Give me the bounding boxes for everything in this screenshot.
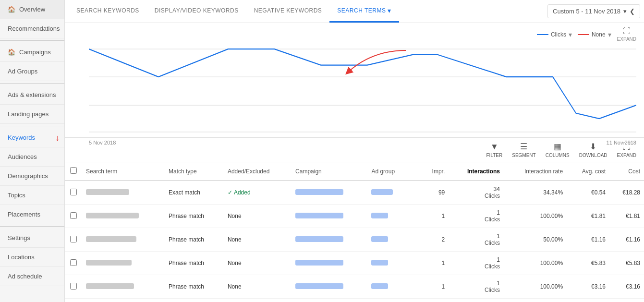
tab-bar: SEARCH KEYWORDS DISPLAY/VIDEO KEYWORDS N… <box>65 0 644 23</box>
sidebar-item-campaigns[interactable]: 🏠 Campaigns <box>0 43 64 62</box>
match-type-cell-0: Exact match <box>165 181 224 205</box>
row-checkbox-col-4[interactable] <box>65 275 82 299</box>
table-body: Exact match✓ Added9934Clicks34.34%€0.54€… <box>65 181 644 302</box>
sidebar-item-label: Recommendations <box>8 25 60 32</box>
search-term-blurred <box>86 189 129 195</box>
row-checkbox-col-1[interactable] <box>65 205 82 228</box>
tab-display-video[interactable]: DISPLAY/VIDEO KEYWORDS <box>147 0 246 22</box>
tab-dropdown-icon[interactable]: ▾ <box>388 7 391 14</box>
sidebar-item-label: Placements <box>8 211 40 218</box>
added-excluded-cell-5: ✓ Added <box>224 299 292 302</box>
cost-cell-1: €1.81 <box>609 205 644 228</box>
x-label-start: 5 Nov 2018 <box>89 140 116 145</box>
row-checkbox-2[interactable] <box>70 236 77 242</box>
interaction-rate-cell-1: 100.00% <box>504 205 567 228</box>
sidebar-divider-1 <box>0 40 64 41</box>
select-all-checkbox[interactable] <box>70 167 77 174</box>
interaction-rate-cell-3: 100.00% <box>504 252 567 275</box>
home-icon-campaigns: 🏠 <box>8 48 15 56</box>
table-expand-label: EXPAND <box>617 153 636 158</box>
tab-search-keywords[interactable]: SEARCH KEYWORDS <box>69 0 147 22</box>
search-term-blurred <box>86 260 132 266</box>
interactions-cell-4: 1Clicks <box>449 275 504 299</box>
th-avg-cost: Avg. cost <box>567 162 609 181</box>
sidebar-item-ad-groups[interactable]: Ad Groups <box>0 62 64 81</box>
ad-group-cell-3 <box>367 252 421 275</box>
campaign-cell-1 <box>292 205 367 228</box>
legend-none-dropdown[interactable]: ▾ <box>608 31 611 38</box>
sidebar-item-label: Landing pages <box>8 110 49 118</box>
sidebar-item-overview[interactable]: 🏠 Overview <box>0 0 64 19</box>
tab-negative-keywords[interactable]: NEGATIVE KEYWORDS <box>246 0 330 22</box>
sidebar-item-locations[interactable]: Locations <box>0 248 64 267</box>
added-excluded-cell-3: None <box>224 252 292 275</box>
sidebar-item-keywords[interactable]: Keywords ↓ <box>0 128 64 147</box>
avg-cost-cell-2: €1.16 <box>567 228 609 252</box>
avg-cost-cell-1: €1.81 <box>567 205 609 228</box>
select-all-checkbox-col[interactable] <box>65 162 82 181</box>
th-search-term: Search term <box>82 162 165 181</box>
impr-cell-0: 99 <box>421 181 449 205</box>
ad-group-cell-1 <box>367 205 421 228</box>
x-label-end: 11 Nov 2018 <box>607 140 636 145</box>
table-row: Exact match✓ Added400.00%—€0.00 <box>65 299 644 302</box>
sidebar-item-label: Topics <box>8 192 25 199</box>
sidebar-item-landing-pages[interactable]: Landing pages <box>0 105 64 124</box>
cost-cell-0: €18.28 <box>609 181 644 205</box>
row-checkbox-col-0[interactable] <box>65 181 82 205</box>
added-excluded-cell-4: None <box>224 275 292 299</box>
ad-group-cell-4 <box>367 275 421 299</box>
cost-cell-4: €3.16 <box>609 275 644 299</box>
sidebar-item-settings[interactable]: Settings <box>0 229 64 248</box>
sidebar-item-label: Audiences <box>8 153 37 160</box>
sidebar-item-recommendations[interactable]: Recommendations <box>0 19 64 38</box>
search-term-blurred <box>86 283 134 289</box>
sidebar-item-label: Settings <box>8 234 30 242</box>
impr-cell-3: 1 <box>421 252 449 275</box>
ad-group-blurred <box>371 213 388 218</box>
chart-expand-button[interactable]: ⛶ EXPAND <box>617 27 636 42</box>
row-checkbox-3[interactable] <box>70 259 77 266</box>
legend-none[interactable]: None ▾ <box>578 31 611 38</box>
sidebar-item-label: Keywords <box>8 134 35 141</box>
avg-cost-cell-0: €0.54 <box>567 181 609 205</box>
interactions-value: 1Clicks <box>485 280 500 293</box>
sidebar-item-label: Ad Groups <box>8 68 37 75</box>
sidebar-item-placements[interactable]: Placements <box>0 205 64 224</box>
legend-clicks[interactable]: Clicks ▾ <box>537 31 572 38</box>
match-type-cell-3: Phrase match <box>165 252 224 275</box>
sidebar-item-audiences[interactable]: Audiences <box>0 147 64 167</box>
table-row: Exact match✓ Added9934Clicks34.34%€0.54€… <box>65 181 644 205</box>
row-checkbox-col-5[interactable] <box>65 299 82 302</box>
sidebar-item-topics[interactable]: Topics <box>0 186 64 205</box>
sidebar-item-demographics[interactable]: Demographics <box>0 167 64 186</box>
search-term-blurred <box>86 236 136 242</box>
table-row: Phrase matchNone21Clicks50.00%€1.16€1.16 <box>65 228 644 252</box>
sidebar-item-ad-schedule[interactable]: Ad schedule <box>0 267 64 286</box>
cost-cell-2: €1.16 <box>609 228 644 252</box>
chart-wrapper: 10 5 0 5 Nov 2018 11 Nov 2018 <box>65 44 644 137</box>
row-checkbox-1[interactable] <box>70 212 77 219</box>
legend-none-label: None <box>592 31 606 38</box>
th-interaction-rate: Interaction rate <box>504 162 567 181</box>
filter-label: FILTER <box>486 153 503 158</box>
legend-clicks-dropdown[interactable]: ▾ <box>569 31 572 38</box>
row-checkbox-0[interactable] <box>70 189 77 195</box>
sidebar-item-ads-extensions[interactable]: Ads & extensions <box>0 85 64 105</box>
chart-area: Clicks ▾ None ▾ ⛶ EXPAND 10 <box>65 23 644 138</box>
ad-group-blurred <box>371 189 393 195</box>
th-impr: Impr. <box>421 162 449 181</box>
table-row: Phrase matchNone11Clicks100.00%€5.83€5.8… <box>65 252 644 275</box>
date-picker[interactable]: Custom 5 - 11 Nov 2018 ▾ ❮ <box>547 4 640 18</box>
match-type-cell-5: Exact match <box>165 299 224 302</box>
row-checkbox-col-3[interactable] <box>65 252 82 275</box>
interactions-value: 1Clicks <box>485 209 500 223</box>
match-type-cell-1: Phrase match <box>165 205 224 228</box>
added-excluded-cell-0: ✓ Added <box>224 181 292 205</box>
row-checkbox-col-2[interactable] <box>65 228 82 252</box>
interaction-rate-cell-0: 34.34% <box>504 181 567 205</box>
tab-search-terms[interactable]: SEARCH TERMS ▾ <box>329 0 399 23</box>
row-checkbox-4[interactable] <box>70 283 77 290</box>
impr-cell-1: 1 <box>421 205 449 228</box>
ad-group-blurred <box>371 236 388 242</box>
